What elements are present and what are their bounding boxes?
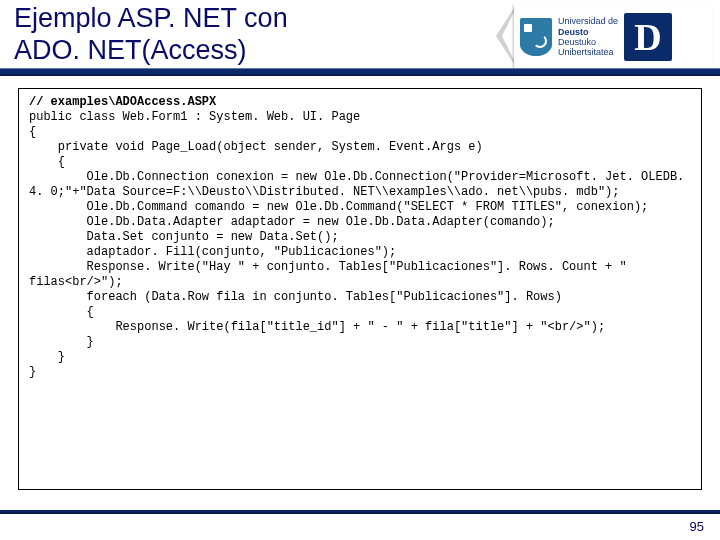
uni-es-2: Deusto xyxy=(558,27,618,37)
code-line: Ole.Db.Connection conexion = new Ole.Db.… xyxy=(29,170,692,199)
uni-es-1: Universidad de xyxy=(558,16,618,26)
code-line: } xyxy=(29,365,36,379)
code-comment-path: // examples\ADOAccess.ASPX xyxy=(29,95,216,109)
shield-icon xyxy=(520,18,552,56)
code-line: private void Page_Load(object sender, Sy… xyxy=(29,140,483,154)
university-logo: Universidad de Deusto Deustuko Unibertsi… xyxy=(514,4,712,70)
slide-header: Ejemplo ASP. NET con ADO. NET(Access) Un… xyxy=(0,0,720,78)
code-line: public class Web.Form1 : System. Web. UI… xyxy=(29,110,360,124)
code-line: } xyxy=(29,335,94,349)
university-name: Universidad de Deusto Deustuko Unibertsi… xyxy=(558,16,618,57)
code-line: } xyxy=(29,350,65,364)
title-line-1: Ejemplo ASP. NET con xyxy=(14,3,288,33)
code-line: { xyxy=(29,305,94,319)
footer-accent-bar xyxy=(0,510,720,514)
uni-eu-1: Deustuko xyxy=(558,37,618,47)
uni-eu-2: Unibertsitatea xyxy=(558,47,618,57)
logo-letter: D xyxy=(624,13,672,61)
code-line: Response. Write(fila["title_id"] + " - "… xyxy=(29,320,605,334)
code-line: foreach (Data.Row fila in conjunto. Tabl… xyxy=(29,290,562,304)
code-line: { xyxy=(29,155,65,169)
code-line: { xyxy=(29,125,36,139)
code-line: Ole.Db.Command comando = new Ole.Db.Comm… xyxy=(29,200,648,214)
page-number: 95 xyxy=(690,519,704,534)
header-accent-bar xyxy=(0,68,720,76)
code-text: // examples\ADOAccess.ASPX public class … xyxy=(29,95,691,380)
code-line: Ole.Db.Data.Adapter adaptador = new Ole.… xyxy=(29,215,555,229)
code-line: Response. Write("Hay " + conjunto. Table… xyxy=(29,260,634,289)
slide-title: Ejemplo ASP. NET con ADO. NET(Access) xyxy=(14,2,288,67)
title-line-2: ADO. NET(Access) xyxy=(14,35,247,65)
code-line: adaptador. Fill(conjunto, "Publicaciones… xyxy=(29,245,396,259)
code-line: Data.Set conjunto = new Data.Set(); xyxy=(29,230,339,244)
code-block: // examples\ADOAccess.ASPX public class … xyxy=(18,88,702,490)
chevron-icon xyxy=(496,8,514,64)
